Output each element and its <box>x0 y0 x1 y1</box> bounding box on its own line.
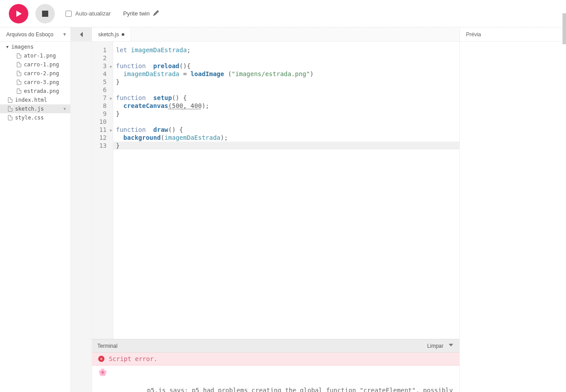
main-area: Arquivos do Esboço ▼ ▼ imagens ator-1.pn… <box>0 27 566 392</box>
file-ator-1-png[interactable]: ator-1.png <box>0 51 70 60</box>
auto-refresh-label: Auto-atualizar <box>75 10 111 17</box>
preview-canvas <box>460 42 566 392</box>
file-label: style.css <box>15 115 44 121</box>
console-message-text: p5.js says: p5 had problems creating the… <box>110 387 457 392</box>
auto-refresh-toggle[interactable]: Auto-atualizar <box>65 10 111 17</box>
folder-arrow-icon: ▼ <box>6 45 8 49</box>
preview-panel: Prévia <box>460 27 566 392</box>
editor-column: sketch.js 123▼4567▼891011▼1213 let image… <box>92 27 460 392</box>
project-name-text: Pyrite twin <box>123 10 150 17</box>
play-button[interactable] <box>9 4 28 23</box>
sidebar-title: Arquivos do Esboço <box>6 31 54 38</box>
file-tree: ▼ imagens ator-1.pngcarro-1.pngcarro-2.p… <box>0 42 70 122</box>
file-icon <box>17 88 21 94</box>
checkbox-icon[interactable] <box>65 11 72 17</box>
file-icon <box>17 62 21 67</box>
svg-marker-2 <box>449 344 453 346</box>
error-icon: ✕ <box>98 356 104 362</box>
file-label: carro-3.png <box>24 79 59 85</box>
file-sidebar: Arquivos do Esboço ▼ ▼ imagens ator-1.pn… <box>0 27 71 392</box>
console-error-text: Script error. <box>109 354 158 363</box>
collapse-sidebar-button[interactable] <box>71 27 92 42</box>
preview-title: Prévia <box>466 31 481 38</box>
chevron-left-icon <box>79 31 84 38</box>
svg-marker-1 <box>80 32 83 37</box>
file-icon <box>17 80 21 85</box>
file-icon <box>8 106 12 111</box>
flower-icon: 🌸 <box>98 368 107 377</box>
stop-icon <box>42 11 48 17</box>
project-name[interactable]: Pyrite twin <box>123 10 159 17</box>
file-label: ator-1.png <box>24 53 56 59</box>
code-editor[interactable]: 123▼4567▼891011▼1213 let imagemDaEstrada… <box>92 42 459 339</box>
file-icon <box>17 71 21 76</box>
file-sketch-js[interactable]: sketch.js▼ <box>0 104 70 113</box>
file-label: sketch.js <box>15 106 44 112</box>
console-title: Terminal <box>97 343 117 349</box>
svg-marker-0 <box>16 11 22 17</box>
file-icon <box>8 115 12 120</box>
file-label: carro-1.png <box>24 61 59 68</box>
file-icon <box>17 53 21 58</box>
folder-imagens[interactable]: ▼ imagens <box>0 42 70 51</box>
file-label: carro-2.png <box>24 70 59 77</box>
file-carro-3-png[interactable]: carro-3.png <box>0 78 70 87</box>
pencil-icon[interactable] <box>153 10 159 17</box>
file-label: index.html <box>15 97 47 103</box>
chevron-down-icon: ▼ <box>62 32 67 37</box>
unsaved-dot-icon <box>122 33 124 36</box>
file-icon <box>8 97 12 103</box>
scrollbar-thumb[interactable] <box>562 13 566 44</box>
file-estrada-png[interactable]: estrada.png <box>0 87 70 96</box>
stop-button[interactable] <box>35 4 55 23</box>
chevron-down-icon[interactable] <box>448 342 454 350</box>
toolbar: Auto-atualizar Pyrite twin <box>0 0 566 27</box>
console-error-row: ✕ Script error. <box>92 353 459 365</box>
play-icon <box>15 10 22 17</box>
console-clear-button[interactable]: Limpar <box>427 343 443 349</box>
line-gutter: 123▼4567▼891011▼1213 <box>92 42 113 339</box>
console-header: Terminal Limpar <box>92 339 459 353</box>
chevron-down-icon[interactable]: ▼ <box>64 107 66 111</box>
file-label: estrada.png <box>24 88 59 94</box>
console-body[interactable]: ✕ Script error. 🌸 p5.js says: p5 had pro… <box>92 353 459 392</box>
folder-label: imagens <box>11 44 34 50</box>
file-carro-1-png[interactable]: carro-1.png <box>0 60 70 69</box>
file-style-css[interactable]: style.css <box>0 113 70 122</box>
tab-sketch-js[interactable]: sketch.js <box>92 27 131 41</box>
console-message-row: 🌸 p5.js says: p5 had problems creating t… <box>92 365 459 392</box>
tab-bar: sketch.js <box>92 27 459 42</box>
console-panel: Terminal Limpar ✕ Script error. 🌸 p5.js … <box>92 339 459 392</box>
sidebar-header[interactable]: Arquivos do Esboço ▼ <box>0 27 70 42</box>
tab-label: sketch.js <box>98 31 119 38</box>
code-content[interactable]: let imagemDaEstrada;function preload(){ … <box>113 42 459 339</box>
preview-header: Prévia <box>460 27 566 42</box>
collapse-strip <box>71 27 92 392</box>
file-index-html[interactable]: index.html <box>0 96 70 104</box>
file-carro-2-png[interactable]: carro-2.png <box>0 69 70 78</box>
